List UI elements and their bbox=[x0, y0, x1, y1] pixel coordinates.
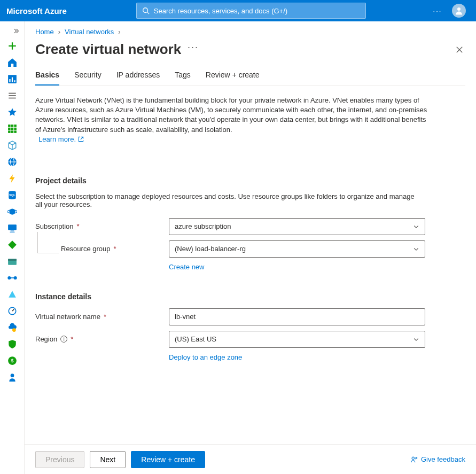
rail-home[interactable] bbox=[0, 54, 25, 71]
support-person-icon bbox=[7, 372, 17, 382]
main-panel: Home › Virtual networks › Create virtual… bbox=[25, 21, 476, 474]
title-more-button[interactable]: ··· bbox=[188, 42, 199, 57]
resource-group-dropdown[interactable]: (New) load-balancer-rg bbox=[169, 240, 425, 258]
rail-resource-groups[interactable] bbox=[0, 137, 25, 153]
intro-text: Azure Virtual Network (VNet) is the fund… bbox=[35, 96, 431, 166]
left-nav-rail: SQL $ bbox=[0, 21, 25, 474]
tab-basics[interactable]: Basics bbox=[35, 71, 59, 86]
close-button[interactable] bbox=[456, 46, 463, 55]
rail-favorites[interactable] bbox=[0, 104, 25, 120]
avatar bbox=[452, 4, 466, 18]
resource-group-label: Resource group* bbox=[61, 245, 169, 253]
tab-security[interactable]: Security bbox=[74, 71, 102, 86]
breadcrumb-virtual-networks[interactable]: Virtual networks bbox=[65, 28, 114, 36]
region-dropdown[interactable]: (US) East US bbox=[169, 331, 425, 348]
page-title: Create virtual network bbox=[35, 41, 181, 58]
svg-point-2 bbox=[457, 7, 461, 11]
rail-defender[interactable] bbox=[0, 336, 25, 352]
give-feedback-link[interactable]: Give feedback bbox=[410, 455, 465, 463]
grid-icon bbox=[7, 124, 17, 134]
rail-create-resource[interactable] bbox=[0, 37, 25, 54]
rail-cosmos-db[interactable] bbox=[0, 203, 25, 220]
feedback-person-icon bbox=[410, 456, 418, 463]
monitor-icon bbox=[7, 223, 17, 233]
search-icon bbox=[142, 7, 150, 14]
svg-text:SQL: SQL bbox=[9, 193, 15, 197]
network-icon bbox=[7, 273, 17, 283]
rail-monitor[interactable] bbox=[0, 302, 25, 319]
svg-point-34 bbox=[14, 276, 17, 279]
subscription-dropdown[interactable]: azure subscription bbox=[169, 218, 425, 235]
next-button[interactable]: Next bbox=[90, 451, 126, 468]
cloud-gear-icon bbox=[7, 323, 17, 332]
tab-ip-addresses[interactable]: IP addresses bbox=[116, 71, 160, 86]
chevron-right-double-icon bbox=[13, 28, 19, 34]
review-create-button[interactable]: Review + create bbox=[131, 451, 205, 468]
create-new-rg-link[interactable]: Create new bbox=[169, 263, 465, 271]
pyramid-icon bbox=[7, 290, 17, 299]
shield-icon bbox=[7, 339, 17, 349]
region-label: Region i * bbox=[35, 335, 169, 343]
star-icon bbox=[7, 107, 17, 117]
rail-sql-databases[interactable]: SQL bbox=[0, 187, 25, 203]
rail-all-services[interactable] bbox=[0, 87, 25, 104]
rail-all-resources[interactable] bbox=[0, 120, 25, 137]
globe-icon bbox=[7, 157, 17, 167]
learn-more-link[interactable]: Learn more. bbox=[38, 135, 84, 144]
global-search[interactable]: Search resources, services, and docs (G+… bbox=[136, 3, 366, 19]
tab-review-create[interactable]: Review + create bbox=[206, 71, 260, 86]
rail-app-services[interactable] bbox=[0, 153, 25, 170]
ellipsis-icon: ··· bbox=[433, 7, 442, 15]
rail-function-apps[interactable] bbox=[0, 170, 25, 187]
svg-rect-7 bbox=[11, 77, 12, 82]
chevron-down-icon bbox=[413, 246, 419, 252]
lightning-icon bbox=[7, 174, 17, 183]
home-icon bbox=[7, 58, 17, 67]
rail-expand-toggle[interactable] bbox=[0, 25, 25, 37]
vnet-name-input[interactable]: lb-vnet bbox=[169, 308, 425, 325]
svg-rect-19 bbox=[11, 130, 13, 133]
info-icon[interactable]: i bbox=[60, 336, 67, 343]
svg-rect-18 bbox=[8, 130, 11, 133]
rail-virtual-machines[interactable] bbox=[0, 220, 25, 236]
vnet-name-value: lb-vnet bbox=[175, 313, 196, 321]
brand-logo[interactable]: Microsoft Azure bbox=[6, 6, 131, 15]
breadcrumb-home[interactable]: Home bbox=[35, 28, 54, 36]
tab-strip: Basics Security IP addresses Tags Review… bbox=[35, 71, 465, 86]
rail-cost-management[interactable]: $ bbox=[0, 352, 25, 369]
chevron-right-icon: › bbox=[58, 28, 60, 36]
rail-azure-ad[interactable] bbox=[0, 286, 25, 302]
svg-point-36 bbox=[12, 328, 16, 332]
svg-text:$: $ bbox=[11, 358, 13, 363]
topbar-more-button[interactable]: ··· bbox=[427, 0, 448, 21]
database-icon: SQL bbox=[7, 190, 17, 200]
svg-rect-15 bbox=[8, 127, 11, 130]
rail-storage-accounts[interactable] bbox=[0, 253, 25, 269]
rail-advisor[interactable] bbox=[0, 319, 25, 336]
svg-rect-6 bbox=[9, 79, 10, 82]
list-icon bbox=[7, 91, 17, 100]
account-button[interactable] bbox=[448, 0, 470, 21]
gauge-icon bbox=[7, 306, 17, 316]
external-link-icon bbox=[78, 136, 84, 142]
region-value: (US) East US bbox=[175, 335, 216, 343]
tab-tags[interactable]: Tags bbox=[175, 71, 191, 86]
rail-help-support[interactable] bbox=[0, 369, 25, 385]
svg-rect-32 bbox=[8, 259, 17, 260]
indent-bracket-icon bbox=[37, 232, 59, 253]
svg-rect-8 bbox=[14, 80, 15, 82]
svg-rect-29 bbox=[10, 230, 14, 231]
svg-point-0 bbox=[143, 8, 148, 13]
svg-point-42 bbox=[412, 457, 414, 459]
topbar: Microsoft Azure Search resources, servic… bbox=[0, 0, 476, 21]
rail-dashboard[interactable] bbox=[0, 71, 25, 87]
subscription-value: azure subscription bbox=[175, 222, 231, 230]
rail-virtual-networks[interactable] bbox=[0, 269, 25, 286]
project-details-heading: Project details bbox=[35, 176, 465, 185]
svg-rect-17 bbox=[14, 127, 17, 130]
deploy-edge-zone-link[interactable]: Deploy to an edge zone bbox=[169, 353, 465, 361]
diamond-icon bbox=[7, 240, 17, 250]
chevron-down-icon bbox=[413, 223, 419, 230]
cube-outline-icon bbox=[7, 141, 17, 150]
rail-load-balancers[interactable] bbox=[0, 236, 25, 253]
